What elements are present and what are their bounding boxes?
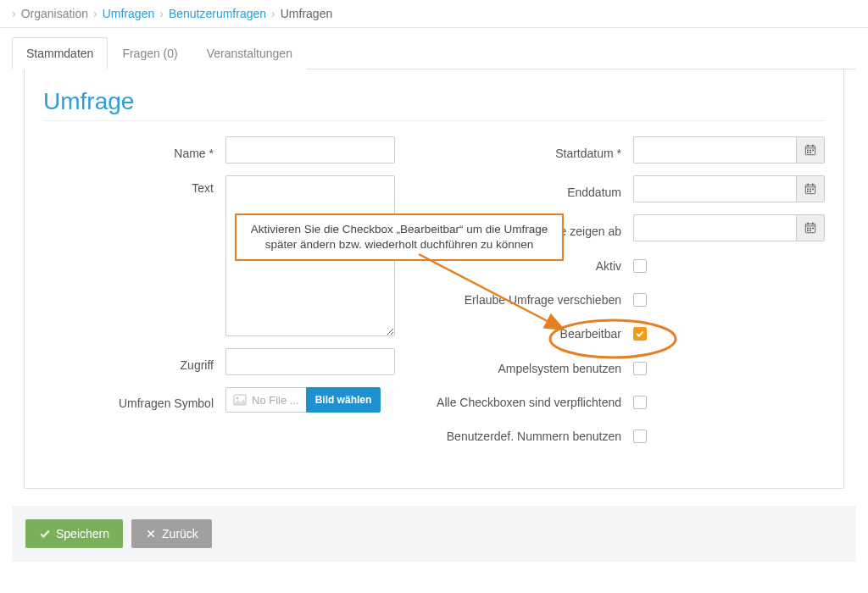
breadcrumb-item-umfragen[interactable]: Umfragen [103,7,154,20]
save-button-label: Speichern [56,527,109,540]
label-zugriff: Zugriff [43,352,225,372]
file-picker-placeholder: No File ... [252,394,299,407]
input-text[interactable] [225,175,395,336]
tab-bar: Stammdaten Fragen (0) Veranstaltungen [12,36,856,69]
label-startdatum: Startdatum * [426,141,633,160]
breadcrumb-item-org[interactable]: Organisation [21,7,88,20]
chevron-right-icon: › [12,7,16,20]
checkbox-bearbeitbar[interactable] [633,327,647,341]
svg-rect-8 [812,150,814,152]
breadcrumb-item-benutzerumfragen[interactable]: Benutzerumfragen [169,7,266,20]
save-button[interactable]: Speichern [25,519,123,548]
svg-rect-15 [807,189,809,191]
svg-rect-4 [808,145,809,147]
svg-rect-9 [807,152,809,153]
form-column-right: Startdatum * Enddatum [426,136,825,463]
label-enddatum: Enddatum [426,180,633,199]
check-icon [39,528,51,540]
calendar-icon [804,222,816,234]
checkbox-verschieben[interactable] [633,293,647,307]
label-text: Text [43,175,225,195]
calendar-icon [804,144,816,156]
divider [43,120,825,121]
svg-rect-10 [810,152,811,153]
svg-rect-24 [807,228,809,230]
calendar-icon [804,183,816,195]
back-button-label: Zurück [162,527,198,540]
tab-stammdaten[interactable]: Stammdaten [12,37,108,69]
breadcrumb: › Organisation › Umfragen › Benutzerumfr… [0,0,868,28]
choose-image-button[interactable]: Bild wählen [306,387,381,413]
svg-rect-16 [810,189,811,191]
input-zugriff[interactable] [225,348,395,375]
tab-veranstaltungen[interactable]: Veranstaltungen [192,37,307,69]
checkbox-ampelsystem[interactable] [633,362,647,375]
svg-rect-17 [812,189,814,191]
label-umfragen-symbol: Umfragen Symbol [43,391,225,410]
calendar-button-startdatum[interactable] [796,136,825,163]
label-bearbeitbar: Bearbeitbar [426,326,633,341]
svg-rect-6 [807,150,809,152]
file-picker-display[interactable]: No File ... [225,387,306,413]
svg-rect-26 [812,228,814,230]
breadcrumb-item-current: Umfragen [281,7,332,20]
input-enddatum[interactable] [633,175,796,202]
checkbox-aktiv[interactable] [633,259,647,273]
svg-rect-23 [812,223,813,225]
svg-rect-18 [807,191,809,192]
svg-rect-22 [808,223,809,225]
label-verschieben: Erlaube Umfrage verschieben [426,292,633,308]
svg-rect-19 [810,191,811,192]
svg-rect-13 [808,184,809,186]
chevron-right-icon: › [93,7,97,20]
page-title: Umfrage [43,88,825,115]
svg-rect-27 [807,230,809,231]
svg-rect-5 [812,145,813,147]
calendar-button-ergebnisse[interactable] [796,214,825,241]
form-column-left: Name * Text Zugriff Umfragen Symbol [43,136,409,463]
input-name[interactable] [225,136,395,163]
chevron-right-icon: › [159,7,164,20]
label-aktiv: Aktiv [426,258,633,274]
svg-rect-25 [810,228,811,230]
label-ergebnisse-zeigen-ab: Ergebnisse zeigen ab [426,219,633,238]
checkbox-nummern[interactable] [633,430,647,443]
close-icon [145,528,157,540]
svg-rect-14 [812,184,813,186]
label-verpflichtend: Alle Checkboxen sind verpflichtend [426,395,633,410]
image-icon [233,393,247,407]
label-ampelsystem: Ampelsystem benutzen [426,361,633,376]
back-button[interactable]: Zurück [131,519,212,548]
panel-stammdaten: Umfrage Name * Text Zugriff Umfrage [24,69,844,489]
input-startdatum[interactable] [633,136,796,163]
calendar-button-enddatum[interactable] [796,175,825,202]
tab-fragen[interactable]: Fragen (0) [108,37,192,69]
svg-rect-28 [810,230,811,231]
svg-rect-7 [810,150,811,152]
input-ergebnisse-ab[interactable] [633,214,796,241]
checkbox-verpflichtend[interactable] [633,396,647,409]
label-nummern: Benutzerdef. Nummern benutzen [426,429,633,444]
svg-point-1 [236,397,239,400]
chevron-right-icon: › [271,7,275,20]
label-name: Name * [43,141,225,160]
footer-toolbar: Speichern Zurück [12,506,856,562]
